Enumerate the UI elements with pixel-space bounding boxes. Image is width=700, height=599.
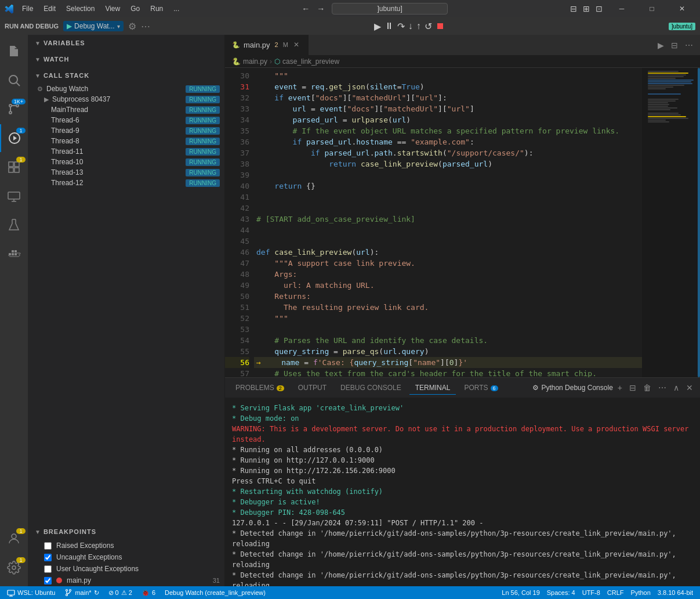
menu-selection[interactable]: Selection xyxy=(61,3,99,14)
debug-continue-btn[interactable]: ▶ xyxy=(374,21,381,32)
status-spaces[interactable]: Spaces: 4 xyxy=(545,589,578,596)
debug-badge: ]ubuntu] xyxy=(669,23,695,30)
debug-step-into-btn[interactable]: ↓ xyxy=(408,21,413,31)
split-editor-btn[interactable]: ⊟ xyxy=(669,39,680,51)
activity-item-run[interactable]: 1 xyxy=(0,124,28,152)
tab-main-py[interactable]: 🐍 main.py 2 M ✕ xyxy=(225,35,309,55)
editor-layout-icon[interactable]: ⊞ xyxy=(581,3,592,15)
activity-item-extensions[interactable]: 1 xyxy=(0,153,28,181)
activity-item-remote[interactable] xyxy=(0,182,28,210)
code-line-37: if parsed_url.path.startswith("/support/… xyxy=(254,147,642,158)
code-line-48: Args: xyxy=(254,269,642,280)
status-line-endings[interactable]: CRLF xyxy=(605,589,626,596)
new-terminal-btn[interactable]: + xyxy=(615,382,625,394)
activity-item-explorer[interactable] xyxy=(0,37,28,65)
activity-item-docker[interactable] xyxy=(0,240,28,268)
menu-file[interactable]: File xyxy=(17,3,38,14)
more-icon[interactable]: ⊡ xyxy=(593,3,605,15)
debug-step-over-btn[interactable]: ↷ xyxy=(397,21,405,32)
breadcrumb-fn[interactable]: case_link_preview xyxy=(282,57,339,66)
callstack-thread-13[interactable]: Thread-13 RUNNING xyxy=(28,167,224,178)
bp-raised-exceptions[interactable]: Raised Exceptions xyxy=(28,540,224,551)
status-encoding[interactable]: UTF-8 xyxy=(580,589,603,596)
menu-overflow[interactable]: ... xyxy=(169,3,184,14)
tab-output[interactable]: OUTPUT xyxy=(292,381,332,395)
callstack-thread-9[interactable]: Thread-9 RUNNING xyxy=(28,125,224,136)
variables-header[interactable]: ▼ VARIABLES xyxy=(28,35,224,51)
debug-stop-btn[interactable]: ⏹ xyxy=(436,21,445,31)
tab-problems[interactable]: PROBLEMS2 xyxy=(230,381,290,395)
callstack-thread-11[interactable]: Thread-11 RUNNING xyxy=(28,146,224,157)
callstack-section: ▼ CALL STACK ⚙ Debug Watch RUNNING ▶ Sub… xyxy=(28,67,224,524)
callstack-thread-8[interactable]: Thread-8 RUNNING xyxy=(28,136,224,146)
more-actions-btn[interactable]: ⋯ xyxy=(683,39,695,51)
bp-raised-checkbox[interactable] xyxy=(44,542,52,550)
tab-ports[interactable]: PORTS6 xyxy=(458,381,503,395)
callstack-thread-10[interactable]: Thread-10 RUNNING xyxy=(28,157,224,167)
menu-view[interactable]: View xyxy=(100,3,125,14)
code-line-35: # If the event object URL matches a spec… xyxy=(254,125,642,136)
split-editor-icon[interactable]: ⊟ xyxy=(568,3,579,15)
terminal-more-btn[interactable]: ⋯ xyxy=(656,382,669,394)
split-terminal-btn[interactable]: ⊟ xyxy=(627,382,639,394)
breakpoints-header[interactable]: ▼ BREAKPOINTS xyxy=(28,524,224,540)
debug-count: 6 xyxy=(152,589,155,596)
breadcrumb-file[interactable]: main.py xyxy=(243,57,267,66)
debug-restart-btn[interactable]: ↺ xyxy=(425,21,432,32)
callstack-thread-12[interactable]: Thread-12 RUNNING xyxy=(28,178,224,188)
activity-item-settings[interactable]: 1 xyxy=(0,554,28,582)
activity-item-search[interactable] xyxy=(0,66,28,94)
activity-item-testing[interactable] xyxy=(0,211,28,239)
minimap-scrollbar[interactable] xyxy=(698,68,700,377)
nav-back-btn[interactable]: ← xyxy=(299,3,312,15)
callstack-content: ⚙ Debug Watch RUNNING ▶ Subprocess 80437… xyxy=(28,84,224,524)
code-content[interactable]: """ event = req.get_json(silent=True) if… xyxy=(254,68,642,377)
bp-uncaught-checkbox[interactable] xyxy=(44,554,52,561)
status-position[interactable]: Ln 56, Col 19 xyxy=(499,589,542,596)
activity-item-source-control[interactable]: 1K+ xyxy=(0,95,28,123)
status-arch[interactable]: 3.8.10 64-bit xyxy=(655,589,695,596)
terminal-close-btn[interactable]: ✕ xyxy=(684,382,695,394)
watch-header[interactable]: ▼ WATCH xyxy=(28,51,224,67)
status-debug[interactable]: 🐞 6 xyxy=(139,589,158,597)
close-button[interactable]: ✕ xyxy=(669,0,695,17)
callstack-thread-main[interactable]: MainThread RUNNING xyxy=(28,104,224,115)
callstack-subprocess[interactable]: ▶ Subprocess 80437 RUNNING xyxy=(28,94,224,104)
debug-step-out-btn[interactable]: ↑ xyxy=(416,21,421,31)
debug-more-btn[interactable]: ⋯ xyxy=(141,21,150,32)
ln-33: 33 xyxy=(225,103,249,114)
bp-user-uncaught-exceptions[interactable]: User Uncaught Exceptions xyxy=(28,563,224,575)
editor-scroll[interactable]: 30 31 32 33 34 35 36 37 38 39 40 41 42 4… xyxy=(225,68,642,377)
status-git-branch[interactable]: main* ↻ xyxy=(62,589,101,597)
tab-debug-console[interactable]: DEBUG CONSOLE xyxy=(335,381,407,395)
debug-pause-btn[interactable]: ⏸ xyxy=(385,21,394,31)
run-btn[interactable]: ▶ xyxy=(655,39,666,51)
callstack-thread-6[interactable]: Thread-6 RUNNING xyxy=(28,115,224,125)
bp-uncaught-exceptions[interactable]: Uncaught Exceptions xyxy=(28,551,224,563)
callstack-debug-watch[interactable]: ⚙ Debug Watch RUNNING xyxy=(28,84,224,94)
debug-gear-btn[interactable]: ⚙ xyxy=(128,21,136,32)
bp-main-py[interactable]: main.py 31 xyxy=(28,575,224,586)
status-debug-label[interactable]: Debug Watch (create_link_preview) xyxy=(162,589,268,596)
tab-terminal[interactable]: TERMINAL xyxy=(409,381,456,395)
menu-edit[interactable]: Edit xyxy=(39,3,60,14)
bp-user-uncaught-checkbox[interactable] xyxy=(44,565,52,573)
debug-config-selector[interactable]: ▶ Debug Wat... ▾ xyxy=(63,21,124,31)
maximize-button[interactable]: □ xyxy=(639,0,665,17)
kill-terminal-btn[interactable]: 🗑 xyxy=(641,382,654,394)
titlebar-address[interactable] xyxy=(332,3,448,15)
status-errors[interactable]: ⊘ 0 ⚠ 2 xyxy=(106,589,135,597)
bp-main-checkbox[interactable] xyxy=(44,577,52,584)
status-language[interactable]: Python xyxy=(629,589,653,596)
terminal-content[interactable]: * Serving Flask app 'create_link_preview… xyxy=(225,398,700,586)
status-remote[interactable]: WSL: Ubuntu xyxy=(5,589,57,597)
tab-close-btn[interactable]: ✕ xyxy=(292,40,301,49)
menu-go[interactable]: Go xyxy=(126,3,144,14)
term-line-2: * Debug mode: on xyxy=(232,413,693,424)
minimize-button[interactable]: ─ xyxy=(608,0,635,17)
activity-item-account[interactable]: 1 xyxy=(0,525,28,553)
nav-fwd-btn[interactable]: → xyxy=(314,3,327,15)
terminal-maximize-btn[interactable]: ∧ xyxy=(671,382,681,394)
menu-run[interactable]: Run xyxy=(146,3,168,14)
callstack-header[interactable]: ▼ CALL STACK xyxy=(28,67,224,84)
